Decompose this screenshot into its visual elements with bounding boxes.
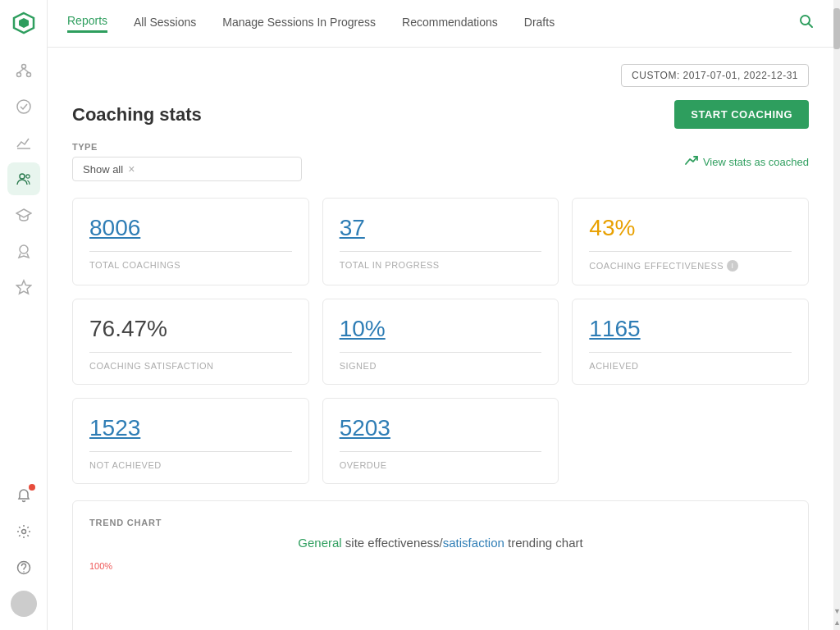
stat-value-achieved[interactable]: 1165 — [589, 316, 792, 342]
svg-point-7 — [17, 100, 30, 113]
svg-line-6 — [24, 69, 29, 73]
stat-card-satisfaction: 76.47% COACHING SATISFACTION — [72, 299, 309, 385]
nav-item-all-sessions[interactable]: All Sessions — [134, 16, 196, 32]
trend-chart-title: TREND CHART — [89, 518, 792, 527]
sidebar-logo[interactable] — [9, 8, 39, 38]
star-icon[interactable] — [7, 271, 40, 304]
top-navigation: Reports All Sessions Manage Sessions In … — [48, 0, 833, 48]
help-icon[interactable] — [7, 551, 40, 584]
stat-label-not-achieved: NOT ACHIEVED — [89, 460, 292, 470]
stat-card-overdue: 5203 OVERDUE — [322, 398, 559, 484]
date-filter-button[interactable]: CUSTOM: 2017-07-01, 2022-12-31 — [621, 64, 809, 87]
check-circle-icon[interactable] — [7, 90, 40, 123]
header-row: Coaching stats START COACHING — [72, 100, 809, 129]
stat-label-total-in-progress: TOTAL IN PROGRESS — [340, 260, 542, 270]
stat-label-effectiveness: COACHING EFFECTIVENESS i — [589, 260, 792, 272]
nav-item-manage-sessions[interactable]: Manage Sessions In Progress — [222, 16, 376, 32]
settings-icon[interactable] — [7, 515, 40, 548]
svg-marker-11 — [16, 209, 31, 217]
network-icon[interactable] — [7, 54, 40, 87]
stat-value-effectiveness: 43% — [589, 215, 792, 241]
svg-point-9 — [20, 174, 25, 179]
scroll-up-arrow[interactable]: ▲ — [833, 619, 840, 627]
date-filter-row: CUSTOM: 2017-07-01, 2022-12-31 — [72, 64, 809, 87]
view-stats-link[interactable]: View stats as coached — [685, 155, 809, 169]
start-coaching-button[interactable]: START COACHING — [674, 100, 809, 129]
content-inner: CUSTOM: 2017-07-01, 2022-12-31 Coaching … — [48, 48, 833, 630]
stat-label-signed: SIGNED — [340, 361, 542, 371]
stat-value-satisfaction: 76.47% — [89, 316, 292, 342]
stat-value-not-achieved[interactable]: 1523 — [89, 415, 292, 441]
stat-label-achieved: ACHIEVED — [589, 361, 792, 371]
stat-value-overdue[interactable]: 5203 — [340, 415, 542, 441]
filter-clear-icon[interactable]: × — [128, 162, 135, 176]
stat-card-total-in-progress: 37 TOTAL IN PROGRESS — [322, 198, 559, 285]
svg-marker-1 — [19, 18, 29, 28]
stats-grid-row1: 8006 TOTAL COACHINGS 37 TOTAL IN PROGRES… — [72, 198, 809, 285]
svg-point-2 — [21, 65, 25, 69]
stat-label-satisfaction: COACHING SATISFACTION — [89, 361, 292, 371]
trend-chart-subtitle: General site effectiveness/satisfaction … — [89, 536, 792, 550]
nav-item-reports[interactable]: Reports — [67, 14, 107, 33]
people-icon[interactable] — [7, 162, 40, 195]
sidebar-bottom — [7, 479, 40, 630]
type-label: TYPE — [72, 142, 302, 152]
trend-subtitle-general: General — [298, 536, 341, 550]
user-avatar[interactable] — [7, 587, 40, 620]
sidebar — [0, 0, 48, 630]
scroll-down-arrow[interactable]: ▼ — [833, 607, 840, 615]
trend-subtitle-middle: site effectiveness/ — [342, 536, 443, 550]
main-area: Reports All Sessions Manage Sessions In … — [48, 0, 833, 630]
svg-line-18 — [809, 24, 813, 28]
svg-point-16 — [23, 571, 25, 573]
stat-card-signed: 10% SIGNED — [322, 299, 559, 385]
svg-point-3 — [16, 73, 21, 77]
stat-label-total-coachings: TOTAL COACHINGS — [89, 260, 292, 270]
stat-value-total-in-progress[interactable]: 37 — [340, 215, 542, 241]
trend-chart-area: 100% — [89, 558, 792, 623]
stat-value-signed[interactable]: 10% — [340, 316, 542, 342]
stats-grid-row3: 1523 NOT ACHIEVED 5203 OVERDUE — [72, 398, 809, 484]
stat-card-achieved: 1165 ACHIEVED — [572, 299, 809, 385]
nav-item-drafts[interactable]: Drafts — [524, 16, 555, 32]
stat-card-not-achieved: 1523 NOT ACHIEVED — [72, 398, 309, 484]
award-icon[interactable] — [7, 235, 40, 267]
chart-line-icon[interactable] — [7, 126, 40, 159]
view-stats-label: View stats as coached — [703, 156, 809, 168]
graduate-hat-icon[interactable] — [7, 199, 40, 231]
stat-label-overdue: OVERDUE — [340, 460, 542, 470]
type-row: TYPE Show all × View stats as coached — [72, 142, 809, 181]
trend-arrow-icon — [685, 155, 698, 169]
trend-subtitle-end: trending chart — [504, 536, 583, 550]
stat-card-total-coachings: 8006 TOTAL COACHINGS — [72, 198, 309, 285]
trend-chart-section: TREND CHART General site effectiveness/s… — [72, 500, 809, 630]
svg-marker-13 — [16, 281, 30, 294]
scrollbar-thumb[interactable] — [833, 8, 840, 49]
search-icon[interactable] — [799, 14, 814, 33]
svg-point-12 — [20, 245, 28, 253]
bell-icon[interactable] — [7, 479, 40, 512]
trend-y-label: 100% — [89, 561, 112, 571]
page-title: Coaching stats — [72, 104, 202, 126]
content-scroll[interactable]: CUSTOM: 2017-07-01, 2022-12-31 Coaching … — [48, 48, 833, 630]
stat-card-effectiveness: 43% COACHING EFFECTIVENESS i — [572, 198, 809, 285]
svg-line-5 — [19, 69, 24, 73]
trend-subtitle-satisfaction: satisfaction — [443, 536, 504, 550]
info-icon[interactable]: i — [727, 260, 738, 272]
svg-point-14 — [21, 530, 25, 534]
svg-point-10 — [25, 175, 29, 178]
stats-grid-row2: 76.47% COACHING SATISFACTION 10% SIGNED … — [72, 299, 809, 385]
nav-item-recommendations[interactable]: Recommendations — [402, 16, 498, 32]
svg-point-4 — [26, 73, 30, 77]
show-all-label: Show all — [83, 163, 123, 176]
type-filter-box[interactable]: Show all × — [72, 157, 302, 181]
scrollbar[interactable]: ▼ ▲ — [833, 0, 840, 630]
stat-value-total-coachings[interactable]: 8006 — [89, 215, 292, 241]
type-filter-left: TYPE Show all × — [72, 142, 302, 181]
